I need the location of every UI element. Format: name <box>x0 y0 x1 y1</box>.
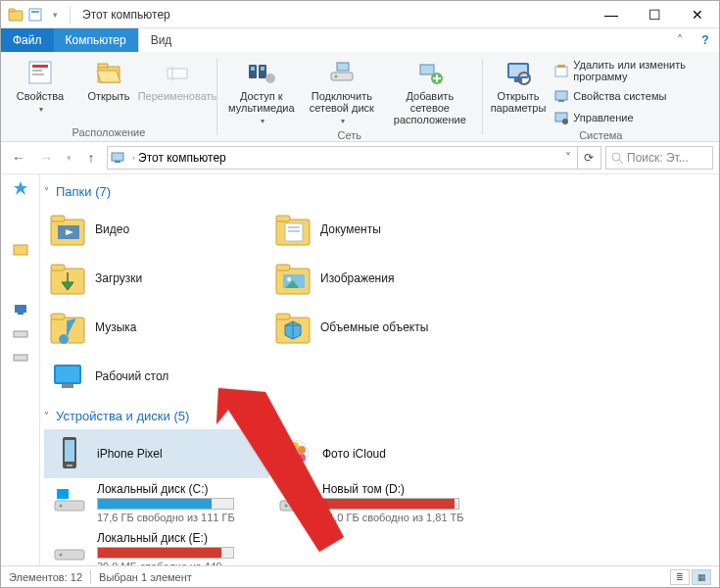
section-folders[interactable]: ˅ Папки (7) <box>44 184 709 199</box>
map-drive-button[interactable]: Подключить сетевой диск <box>302 55 382 127</box>
folder-music[interactable]: Музыка <box>44 303 269 352</box>
search-input[interactable]: Поиск: Эт... <box>605 146 713 170</box>
svg-rect-44 <box>14 355 27 361</box>
sidebar-drive-icon[interactable] <box>13 325 28 341</box>
svg-rect-74 <box>67 465 72 466</box>
statusbar: Элементов: 12 Выбран 1 элемент ≣ ▦ <box>1 565 719 587</box>
svg-point-79 <box>291 458 299 466</box>
explorer-window: ▾ Этот компьютер — ☐ ✕ Файл Компьютер Ви… <box>0 0 720 588</box>
rename-button: Переименовать <box>144 55 211 104</box>
device-icloud[interactable]: Фото iCloud <box>269 429 495 478</box>
this-pc-icon[interactable] <box>13 302 28 318</box>
svg-rect-84 <box>57 489 69 499</box>
qat-dropdown-icon[interactable]: ▾ <box>46 6 64 24</box>
tab-computer[interactable]: Компьютер <box>54 28 138 52</box>
svg-rect-20 <box>337 63 349 71</box>
tab-view[interactable]: Вид <box>139 28 184 52</box>
chevron-down-icon: ˅ <box>44 186 56 197</box>
sidebar-folder-icon[interactable] <box>13 241 28 257</box>
device-drive-c[interactable]: Локальный диск (C:) 17,6 ГБ свободно из … <box>44 478 269 527</box>
svg-point-17 <box>265 74 275 83</box>
ribbon-tabs: Файл Компьютер Вид ˄ ? <box>1 28 719 52</box>
svg-point-34 <box>562 119 568 124</box>
forward-button: → <box>34 146 58 170</box>
help-icon[interactable]: ? <box>692 28 719 52</box>
usage-bar <box>97 547 234 559</box>
drive-icon <box>51 532 88 565</box>
svg-rect-46 <box>51 216 65 221</box>
icloud-photos-icon <box>277 436 312 471</box>
folder-documents[interactable]: Документы <box>269 205 495 254</box>
manage-button[interactable]: Управление <box>550 108 713 127</box>
minimize-button[interactable]: — <box>590 1 633 28</box>
svg-rect-1 <box>9 9 15 12</box>
svg-point-60 <box>287 277 291 281</box>
tab-file[interactable]: Файл <box>1 28 54 52</box>
folder-desktop[interactable]: Рабочий стол <box>44 352 269 401</box>
maximize-button[interactable]: ☐ <box>633 1 676 28</box>
content-pane[interactable]: ˅ Папки (7) Видео Документы Загрузки <box>40 174 719 565</box>
view-details-button[interactable]: ≣ <box>670 569 690 585</box>
pc-icon <box>110 150 125 166</box>
recent-dropdown-icon[interactable]: ▾ <box>62 146 75 170</box>
section-devices[interactable]: ˅ Устройства и диски (5) <box>44 409 709 423</box>
svg-rect-42 <box>18 313 24 315</box>
address-dropdown-icon[interactable]: ˅ <box>559 151 577 165</box>
sidebar-drive-icon[interactable] <box>13 349 28 365</box>
refresh-button[interactable]: ⟳ <box>577 146 599 170</box>
open-button[interactable]: Открыть <box>75 55 142 104</box>
svg-rect-29 <box>555 67 567 76</box>
up-button[interactable]: ↑ <box>79 146 103 170</box>
svg-point-76 <box>291 442 299 450</box>
svg-rect-11 <box>168 69 187 78</box>
body: ˅ Папки (7) Видео Документы Загрузки <box>1 173 719 565</box>
properties-qat-icon[interactable] <box>26 6 44 24</box>
svg-rect-70 <box>56 367 79 382</box>
svg-rect-6 <box>32 70 42 72</box>
device-iphone[interactable]: iPhone Pixel <box>44 429 269 478</box>
svg-point-77 <box>298 446 306 454</box>
ribbon-collapse-icon[interactable]: ˄ <box>668 28 692 52</box>
quick-access-icon[interactable] <box>13 180 28 196</box>
system-properties-button[interactable]: Свойства системы <box>550 86 713 106</box>
svg-rect-32 <box>558 100 564 102</box>
app-icon <box>7 6 24 24</box>
device-drive-d[interactable]: Новый том (D:) 41,0 ГБ свободно из 1,81 … <box>269 478 495 527</box>
svg-rect-35 <box>112 153 123 161</box>
svg-rect-2 <box>29 9 41 21</box>
breadcrumb[interactable]: Этот компьютер <box>138 151 226 165</box>
device-drive-e[interactable]: Локальный диск (E:) 39,8 МБ свободно из … <box>44 527 269 565</box>
svg-line-38 <box>619 160 623 164</box>
svg-rect-55 <box>51 265 65 270</box>
svg-marker-10 <box>97 71 120 82</box>
svg-rect-63 <box>51 314 65 319</box>
folder-videos[interactable]: Видео <box>44 205 269 254</box>
add-network-button[interactable]: Добавить сетевое расположение <box>384 55 476 127</box>
folder-3d-objects[interactable]: Объемные объекты <box>269 303 495 352</box>
close-button[interactable]: ✕ <box>676 1 719 28</box>
svg-rect-71 <box>62 384 73 388</box>
uninstall-button[interactable]: Удалить или изменить программу <box>550 57 713 84</box>
usage-bar <box>322 498 459 510</box>
svg-rect-26 <box>509 65 527 76</box>
back-button[interactable]: ← <box>7 146 30 170</box>
ribbon: Свойства Открыть Переименовать Расположе… <box>1 52 719 142</box>
folder-pictures[interactable]: Изображения <box>269 254 495 303</box>
svg-rect-3 <box>31 11 39 13</box>
svg-rect-40 <box>14 245 27 255</box>
svg-point-37 <box>612 153 620 161</box>
svg-rect-18 <box>331 73 353 80</box>
view-icons-button[interactable]: ▦ <box>692 569 711 585</box>
address-bar[interactable]: › Этот компьютер ˅ ⟳ <box>107 146 601 170</box>
svg-point-83 <box>60 505 63 508</box>
folder-downloads[interactable]: Загрузки <box>44 254 269 303</box>
open-settings-button[interactable]: Открыть параметры <box>489 55 549 116</box>
properties-button[interactable]: Свойства <box>7 55 73 116</box>
svg-point-80 <box>284 454 292 462</box>
svg-point-81 <box>284 446 292 454</box>
nav-sidebar[interactable] <box>1 174 40 565</box>
svg-marker-39 <box>14 181 27 195</box>
media-access-button[interactable]: Доступ к мультимедиа <box>223 55 300 127</box>
devices-grid: iPhone Pixel Фото iCloud Локальный диск … <box>44 429 709 565</box>
svg-rect-15 <box>251 67 255 71</box>
